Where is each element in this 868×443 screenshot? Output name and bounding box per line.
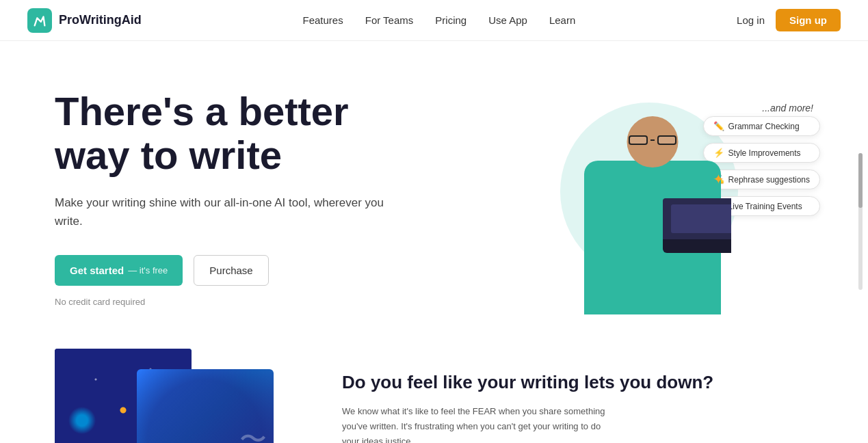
navigation: ProWritingAid Features For Teams Pricing… — [0, 0, 868, 41]
person-laptop — [663, 198, 731, 253]
section-right-content: Do you feel like your writing lets you d… — [342, 371, 813, 443]
nav-link-learn[interactable]: Learn — [549, 14, 575, 26]
hero-heading: There's a better way to write — [55, 90, 410, 177]
hero-content: There's a better way to write Make your … — [55, 90, 410, 307]
purchase-button[interactable]: Purchase — [194, 255, 268, 286]
swirl-decoration: 〜 — [239, 420, 267, 443]
logo[interactable]: ProWritingAid — [27, 8, 142, 33]
section-text: We know what it's like to feel the FEAR … — [342, 404, 813, 443]
get-started-button[interactable]: Get started — it's free — [55, 255, 183, 286]
and-more-text: ...and more! — [762, 103, 813, 113]
no-credit-text: No credit card required — [55, 297, 410, 307]
nav-link-features[interactable]: Features — [303, 14, 343, 26]
sparkle-icon: ✦ — [713, 171, 724, 187]
nav-link-use-app[interactable]: Use App — [488, 14, 527, 26]
logo-icon — [27, 8, 52, 33]
section-two: 〜 My idea in my head Do you feel like yo… — [0, 342, 868, 443]
nav-links: Features For Teams Pricing Use App Learn — [303, 14, 576, 26]
pill-grammar: ✏️ Grammar Checking — [703, 116, 820, 136]
logo-text: ProWritingAid — [59, 13, 142, 27]
scroll-thumb[interactable] — [858, 153, 863, 208]
grammar-icon: ✏️ — [713, 121, 724, 131]
illustration-container: ✦ ...and more! ✏️ Grammar Checking ⚡ Sty… — [526, 82, 813, 314]
hero-subtext: Make your writing shine with our all-in-… — [55, 193, 410, 230]
hero-illustration: ✦ ...and more! ✏️ Grammar Checking ⚡ Sty… — [526, 82, 813, 314]
section-heading: Do you feel like your writing lets you d… — [342, 371, 813, 394]
hero-buttons: Get started — it's free Purchase — [55, 255, 410, 286]
hero-section: There's a better way to write Make your … — [0, 41, 868, 342]
signup-button[interactable]: Sign up — [776, 9, 841, 31]
person-glasses — [629, 135, 676, 145]
nav-link-for-teams[interactable]: For Teams — [365, 14, 414, 26]
nav-link-pricing[interactable]: Pricing — [435, 14, 466, 26]
free-label: — it's free — [128, 265, 168, 276]
section-images: 〜 My idea in my head — [55, 349, 301, 443]
blue-card-image: 〜 — [137, 369, 274, 443]
login-button[interactable]: Log in — [737, 14, 765, 26]
style-icon: ⚡ — [713, 148, 724, 158]
scrollbar[interactable] — [858, 153, 863, 290]
nav-actions: Log in Sign up — [737, 9, 841, 31]
pill-style: ⚡ Style Improvements — [703, 143, 820, 163]
